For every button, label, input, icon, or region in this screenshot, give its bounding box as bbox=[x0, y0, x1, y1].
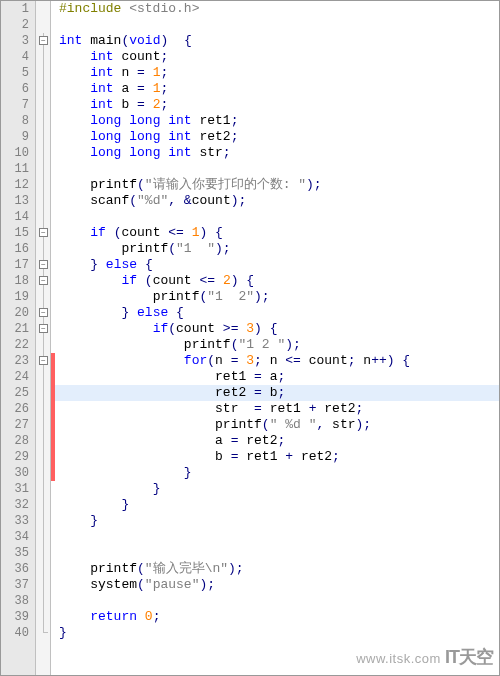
fold-cell bbox=[36, 81, 50, 97]
line-number: 33 bbox=[1, 513, 35, 529]
fold-toggle-icon[interactable]: − bbox=[39, 276, 48, 285]
token-ty: void bbox=[129, 33, 160, 48]
code-line[interactable] bbox=[55, 529, 499, 545]
code-line[interactable] bbox=[55, 545, 499, 561]
token-id bbox=[168, 305, 176, 320]
code-line[interactable]: int b = 2; bbox=[55, 97, 499, 113]
line-number: 9 bbox=[1, 129, 35, 145]
code-line[interactable]: printf("1 "); bbox=[55, 241, 499, 257]
token-op: ; bbox=[348, 353, 364, 368]
code-line[interactable]: } bbox=[55, 625, 499, 641]
code-line[interactable]: printf(" %d ", str); bbox=[55, 417, 499, 433]
line-number: 21 bbox=[1, 321, 35, 337]
token-num: 2 bbox=[223, 273, 231, 288]
fold-cell bbox=[36, 545, 50, 561]
token-kw: for bbox=[184, 353, 207, 368]
code-line[interactable]: } else { bbox=[55, 257, 499, 273]
fold-cell bbox=[36, 17, 50, 33]
fold-cell[interactable]: − bbox=[36, 33, 50, 49]
line-number: 28 bbox=[1, 433, 35, 449]
token-fn: printf bbox=[90, 561, 137, 576]
fold-cell[interactable]: − bbox=[36, 305, 50, 321]
token-id: str bbox=[332, 417, 355, 432]
fold-cell[interactable]: − bbox=[36, 353, 50, 369]
fold-toggle-icon[interactable]: − bbox=[39, 36, 48, 45]
code-line[interactable]: printf("请输入你要打印的个数: "); bbox=[55, 177, 499, 193]
code-line[interactable]: scanf("%d", &count); bbox=[55, 193, 499, 209]
code-line[interactable] bbox=[55, 209, 499, 225]
code-line[interactable] bbox=[55, 161, 499, 177]
token-op: } bbox=[184, 465, 192, 480]
fold-column[interactable]: −−−−−−− bbox=[36, 1, 51, 675]
token-id bbox=[59, 273, 121, 288]
fold-toggle-icon[interactable]: − bbox=[39, 356, 48, 365]
code-line[interactable]: int a = 1; bbox=[55, 81, 499, 97]
code-line[interactable]: printf("1 2"); bbox=[55, 289, 499, 305]
code-line[interactable]: long long int ret1; bbox=[55, 113, 499, 129]
token-op: ); bbox=[285, 337, 301, 352]
token-id: a bbox=[215, 433, 231, 448]
fold-toggle-icon[interactable]: − bbox=[39, 324, 48, 333]
code-line[interactable]: printf("1 2 "); bbox=[55, 337, 499, 353]
fold-cell[interactable]: − bbox=[36, 225, 50, 241]
code-line[interactable]: if (count <= 1) { bbox=[55, 225, 499, 241]
fold-toggle-icon[interactable]: − bbox=[39, 308, 48, 317]
code-line[interactable] bbox=[55, 593, 499, 609]
code-line[interactable]: #include <stdio.h> bbox=[55, 1, 499, 17]
token-op: ); bbox=[355, 417, 371, 432]
token-op: ; bbox=[160, 65, 168, 80]
code-line[interactable]: int main(void) { bbox=[55, 33, 499, 49]
line-number: 31 bbox=[1, 481, 35, 497]
token-op: , bbox=[316, 417, 332, 432]
code-line[interactable]: ret2 = b; bbox=[55, 385, 499, 401]
code-line[interactable]: } bbox=[55, 513, 499, 529]
code-line[interactable]: } bbox=[55, 465, 499, 481]
token-id: count bbox=[121, 225, 168, 240]
code-line[interactable]: } bbox=[55, 481, 499, 497]
code-line[interactable] bbox=[55, 17, 499, 33]
token-id bbox=[59, 193, 90, 208]
code-line[interactable]: int n = 1; bbox=[55, 65, 499, 81]
token-id bbox=[59, 337, 184, 352]
fold-cell[interactable]: − bbox=[36, 257, 50, 273]
code-line[interactable]: } bbox=[55, 497, 499, 513]
line-number: 15 bbox=[1, 225, 35, 241]
token-op: >= bbox=[223, 321, 246, 336]
token-id: b bbox=[121, 97, 137, 112]
token-op: ; bbox=[332, 449, 340, 464]
code-line[interactable]: return 0; bbox=[55, 609, 499, 625]
fold-cell bbox=[36, 529, 50, 545]
token-fn: printf bbox=[153, 289, 200, 304]
code-line[interactable]: long long int str; bbox=[55, 145, 499, 161]
fold-cell[interactable]: − bbox=[36, 273, 50, 289]
code-line[interactable]: a = ret2; bbox=[55, 433, 499, 449]
code-line[interactable]: int count; bbox=[55, 49, 499, 65]
code-line[interactable]: for(n = 3; n <= count; n++) { bbox=[55, 353, 499, 369]
token-id bbox=[59, 513, 90, 528]
code-line[interactable]: if(count >= 3) { bbox=[55, 321, 499, 337]
token-ty: long long int bbox=[90, 145, 199, 160]
line-number: 23 bbox=[1, 353, 35, 369]
code-line[interactable]: system("pause"); bbox=[55, 577, 499, 593]
token-op: ( bbox=[168, 321, 176, 336]
fold-toggle-icon[interactable]: − bbox=[39, 228, 48, 237]
token-op: = bbox=[231, 433, 247, 448]
code-line[interactable]: if (count <= 2) { bbox=[55, 273, 499, 289]
code-line[interactable]: ret1 = a; bbox=[55, 369, 499, 385]
code-editor[interactable]: 1234567891011121314151617181920212223242… bbox=[1, 1, 499, 675]
line-number: 29 bbox=[1, 449, 35, 465]
token-str: "%d" bbox=[137, 193, 168, 208]
token-id bbox=[59, 401, 215, 416]
code-area[interactable]: #include <stdio.h>int main(void) { int c… bbox=[55, 1, 499, 675]
token-op: = bbox=[231, 353, 247, 368]
token-op: = bbox=[254, 385, 270, 400]
code-line[interactable]: str = ret1 + ret2; bbox=[55, 401, 499, 417]
code-line[interactable]: printf("输入完毕\n"); bbox=[55, 561, 499, 577]
code-line[interactable]: b = ret1 + ret2; bbox=[55, 449, 499, 465]
fold-toggle-icon[interactable]: − bbox=[39, 260, 48, 269]
code-line[interactable]: } else { bbox=[55, 305, 499, 321]
token-op: = bbox=[137, 65, 153, 80]
fold-cell[interactable]: − bbox=[36, 321, 50, 337]
code-line[interactable]: long long int ret2; bbox=[55, 129, 499, 145]
line-number: 32 bbox=[1, 497, 35, 513]
